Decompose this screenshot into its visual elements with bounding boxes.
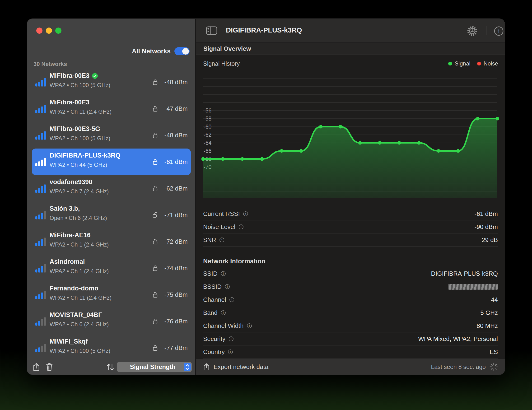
info-icon[interactable]: i (221, 271, 226, 276)
network-row[interactable]: Salón 3.b,Open • Ch 6 (2.4 GHz)-71 dBm (32, 202, 191, 228)
network-rssi: -48 dBm (164, 132, 188, 139)
network-row[interactable]: MiFibra-00E3-5GWPA2 • Ch 100 (5 GHz)-48 … (32, 122, 191, 149)
network-row[interactable]: MiFibra-00E3WPA2 • Ch 100 (5 GHz)-48 dBm (32, 69, 191, 95)
data-row: SecurityiWPA Mixed, WPA2, Personal (203, 333, 498, 345)
lock-icon (152, 265, 158, 272)
network-row[interactable]: vodafone9390WPA2 • Ch 7 (2.4 GHz)-62 dBm (32, 175, 191, 202)
network-detail: WPA2 • Ch 100 (5 GHz) (50, 135, 110, 142)
row-value: 29 dB (482, 236, 498, 244)
trash-icon[interactable] (46, 362, 53, 372)
info-icon[interactable]: i (221, 310, 226, 315)
network-row[interactable]: Fernando-domoWPA2 • Ch 11 (2.4 GHz)-75 d… (32, 281, 191, 308)
redacted-value (448, 284, 498, 290)
network-detail: WPA2 • Ch 100 (5 GHz) (50, 348, 110, 354)
network-row[interactable]: MIWIFI_SkqfWPA2 • Ch 100 (5 GHz)-77 dBm (32, 334, 191, 359)
data-row: SSIDiDIGIFIBRA-PLUS-k3RQ (203, 267, 498, 280)
sidebar-toggle-icon[interactable] (206, 25, 218, 36)
row-label: Channel (203, 296, 226, 304)
sort-dropdown[interactable]: Signal Strength (117, 362, 192, 372)
row-label: BSSID (203, 283, 222, 290)
all-networks-label: All Networks (132, 48, 171, 55)
network-name: MiFibra-AE16 (50, 232, 91, 239)
network-count-label: 30 Networks (33, 61, 67, 67)
network-list[interactable]: MiFibra-00E3WPA2 • Ch 100 (5 GHz)-48 dBm… (32, 69, 191, 359)
signal-strength-icon (35, 77, 47, 87)
detail-header: DIGIFIBRA-PLUS-k3RQ i (196, 19, 505, 42)
row-value: 44 (491, 296, 498, 304)
info-icon[interactable]: i (238, 224, 244, 229)
lock-icon (152, 132, 158, 139)
export-label: Export network data (214, 363, 268, 371)
info-icon[interactable]: i (228, 336, 234, 342)
svg-text:i: i (227, 285, 228, 288)
network-detail: WPA2 • Ch 1 (2.4 GHz) (50, 241, 109, 248)
network-detail: WPA2 • Ch 100 (5 GHz) (50, 82, 110, 88)
data-row: Current RSSIi-61 dBm (203, 207, 498, 220)
lock-icon (152, 78, 158, 86)
network-information-title: Network Information (203, 256, 498, 267)
signal-strength-icon (35, 104, 47, 114)
data-row: Channel Widthi80 MHz (203, 319, 498, 333)
info-icon[interactable]: i (228, 349, 233, 354)
network-rssi: -62 dBm (164, 185, 188, 192)
info-icon[interactable]: i (247, 323, 252, 328)
svg-text:i: i (249, 324, 250, 328)
network-name: MiFibra-00E3 (50, 72, 98, 79)
row-value: 80 MHz (476, 322, 498, 330)
network-name: MOVISTAR_04BF (50, 311, 102, 319)
row-label: Band (203, 309, 218, 316)
info-icon[interactable]: i (243, 211, 248, 216)
svg-text:i: i (231, 337, 232, 341)
export-button[interactable]: Export network data (203, 363, 268, 371)
network-row[interactable]: AsindromaiWPA2 • Ch 1 (2.4 GHz)-74 dBm (32, 255, 191, 281)
network-name: vodafone9390 (50, 178, 92, 186)
network-row[interactable]: DIGIFIBRA-PLUS-k3RQWPA2 • Ch 44 (5 GHz)-… (32, 149, 191, 175)
unlock-icon (152, 211, 158, 219)
all-networks-toggle[interactable] (174, 47, 190, 55)
close-button[interactable] (36, 28, 42, 34)
info-icon[interactable]: i (219, 237, 225, 242)
minimize-button[interactable] (46, 28, 52, 34)
data-row: Channeli44 (203, 293, 498, 306)
signal-strength-icon (35, 290, 47, 300)
network-rssi: -72 dBm (164, 238, 188, 245)
network-row[interactable]: MiFibra-AE16WPA2 • Ch 1 (2.4 GHz)-72 dBm (32, 228, 191, 255)
data-row: SNRi29 dB (203, 233, 498, 247)
network-detail: WPA2 • Ch 1 (2.4 GHz) (50, 268, 109, 275)
share-icon[interactable] (32, 362, 40, 372)
network-rssi: -77 dBm (164, 344, 188, 352)
row-value: WPA Mixed, WPA2, Personal (418, 335, 498, 343)
info-icon[interactable]: i (225, 284, 230, 289)
info-icon[interactable]: i (229, 297, 234, 302)
network-name: MiFibra-00E3-5G (50, 125, 100, 133)
app-window: All Networks 30 Networks MiFibra-00E3WPA… (27, 19, 505, 375)
last-seen-group: Last seen 8 sec. ago (431, 362, 498, 371)
svg-text:i: i (230, 350, 231, 354)
data-row: CountryiES (203, 345, 498, 359)
gear-icon[interactable] (466, 25, 478, 37)
data-row: BSSIDi (203, 280, 498, 293)
signal-strength-icon (35, 343, 47, 353)
network-title: DIGIFIBRA-PLUS-k3RQ (226, 26, 302, 34)
network-row[interactable]: MiFibra-00E3WPA2 • Ch 11 (2.4 GHz)-47 dB… (32, 95, 191, 122)
svg-text:i: i (231, 298, 232, 302)
network-name: DIGIFIBRA-PLUS-k3RQ (50, 152, 121, 159)
svg-text:i: i (498, 28, 500, 35)
signal-strength-icon (35, 184, 47, 194)
svg-text:i: i (221, 238, 222, 242)
row-label: SSID (203, 270, 218, 277)
row-value: -61 dBm (475, 210, 498, 218)
signal-stats: Current RSSIi-61 dBmNoise Leveli-90 dBmS… (203, 207, 498, 247)
zoom-button[interactable] (55, 28, 61, 34)
lock-icon (152, 158, 158, 165)
svg-text:i: i (241, 225, 242, 229)
detail-footer: Export network data Last seen 8 sec. ago (196, 359, 505, 375)
sort-icon[interactable] (105, 362, 115, 372)
signal-strength-icon (35, 237, 47, 247)
sidebar: All Networks 30 Networks MiFibra-00E3WPA… (27, 19, 196, 375)
row-label: SNR (203, 236, 216, 244)
sort-dropdown-value: Signal Strength (117, 363, 184, 371)
info-icon[interactable]: i (493, 25, 504, 37)
network-row[interactable]: MOVISTAR_04BFWPA2 • Ch 6 (2.4 GHz)-76 dB… (32, 308, 191, 334)
network-name: MIWIFI_Skqf (50, 338, 88, 345)
